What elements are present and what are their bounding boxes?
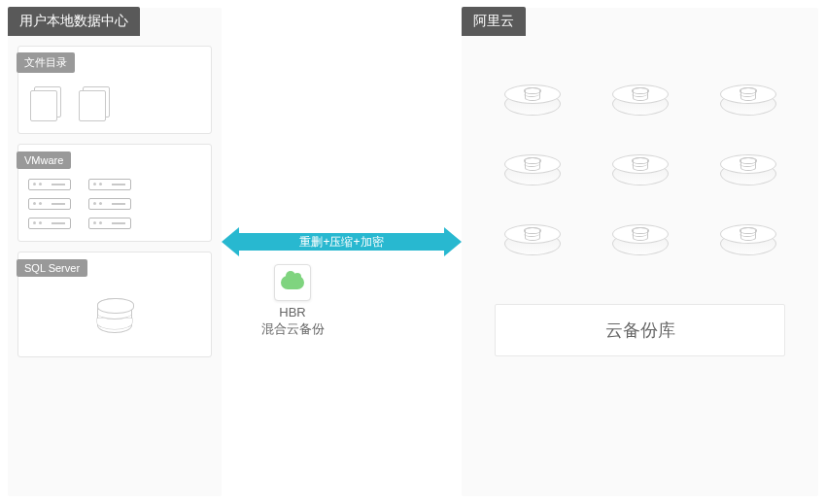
server-icon [28,179,71,190]
hbr-cloud-icon [274,264,311,301]
server-icon [88,179,131,190]
server-icon [88,218,131,229]
arrow-label: 重删+压缩+加密 [239,233,444,251]
database-icon [91,292,138,339]
file-directory-icon [30,86,65,121]
left-panel-title: 用户本地数据中心 [8,7,140,36]
sqlserver-section: SQL Server [17,252,212,357]
arrow-left-icon [222,227,239,256]
server-icon [88,198,131,210]
files-section-label: 文件目录 [17,52,75,73]
aliyun-panel: 阿里云 云备份库 [462,8,818,496]
cloud-vault-label: 云备份库 [495,304,785,356]
backup-disk-icon [504,224,561,255]
sync-arrow: 重删+压缩+加密 [222,227,462,256]
sqlserver-section-label: SQL Server [17,259,87,277]
server-icon [28,198,71,210]
backup-disk-icon [720,84,776,116]
file-directory-icon [79,86,114,121]
backup-disk-icon [612,84,669,116]
backup-disk-icon [504,154,561,185]
vmware-section-label: VMware [17,151,71,169]
hbr-name: HBR [279,305,305,319]
backup-disk-grid [462,36,818,275]
backup-disk-icon [504,84,561,116]
backup-disk-icon [720,154,776,185]
hbr-subtitle: 混合云备份 [261,321,325,336]
arrow-right-icon [444,227,462,256]
right-panel-title: 阿里云 [462,7,526,36]
vmware-section: VMware [17,144,212,242]
backup-disk-icon [612,224,669,255]
hbr-service: HBR 混合云备份 [258,264,327,338]
backup-disk-icon [612,154,669,185]
server-icon [28,218,71,229]
backup-disk-icon [720,224,776,255]
local-datacenter-panel: 用户本地数据中心 文件目录 VMware SQL Server [8,8,222,496]
files-section: 文件目录 [17,46,212,134]
